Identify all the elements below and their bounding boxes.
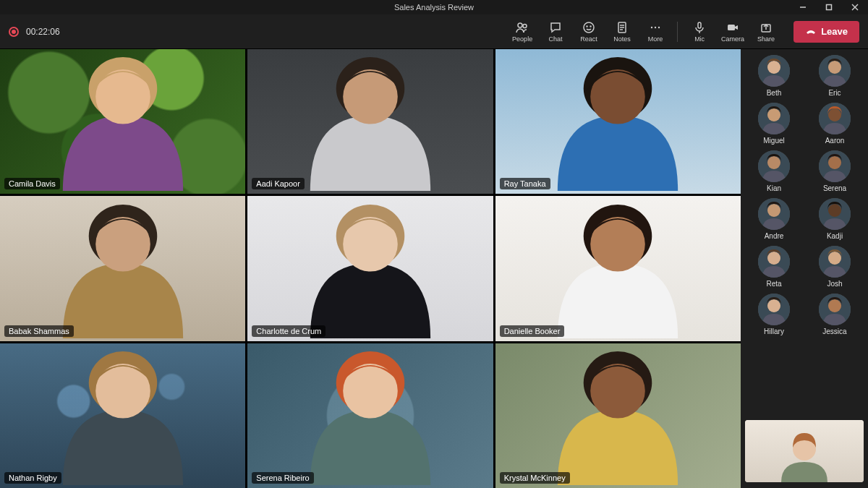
svg-point-49 bbox=[828, 156, 841, 169]
svg-point-43 bbox=[767, 108, 780, 121]
participant-name-badge: Serena Ribeiro bbox=[252, 472, 313, 484]
roster-avatar bbox=[819, 294, 851, 325]
svg-point-39 bbox=[767, 61, 780, 74]
svg-point-47 bbox=[767, 156, 780, 169]
svg-point-5 bbox=[523, 24, 527, 27]
participant-name-badge: Charlotte de Crum bbox=[252, 325, 326, 337]
participant-name-badge: Camila Davis bbox=[4, 178, 60, 189]
participant-avatar bbox=[291, 343, 450, 488]
leave-button[interactable]: Leave bbox=[793, 21, 859, 43]
svg-rect-16 bbox=[698, 22, 701, 28]
svg-rect-1 bbox=[827, 5, 832, 10]
video-tile[interactable]: Krystal McKinney bbox=[495, 343, 741, 488]
svg-point-61 bbox=[828, 299, 841, 312]
window-minimize-button[interactable] bbox=[790, 0, 816, 14]
roster-item[interactable]: Eric bbox=[806, 55, 864, 97]
svg-point-15 bbox=[658, 26, 660, 27]
roster-item[interactable]: Andre bbox=[745, 198, 803, 240]
svg-point-59 bbox=[767, 299, 780, 312]
roster-item[interactable]: Kadji bbox=[806, 198, 864, 240]
roster-name: Jessica bbox=[822, 328, 846, 335]
participant-video bbox=[538, 196, 697, 341]
roster-avatar bbox=[758, 150, 790, 182]
video-tile[interactable]: Danielle Booker bbox=[495, 196, 741, 341]
svg-point-57 bbox=[828, 252, 841, 265]
participant-video bbox=[291, 49, 450, 194]
roster-name: Kian bbox=[767, 184, 781, 192]
roster-avatar bbox=[758, 294, 790, 325]
camera-button[interactable]: Camera bbox=[717, 16, 749, 48]
participant-avatar bbox=[538, 343, 697, 488]
chat-label: Chat bbox=[549, 35, 563, 43]
svg-point-4 bbox=[518, 23, 522, 27]
toolbar-separator bbox=[677, 22, 678, 42]
roster-avatar bbox=[819, 55, 851, 87]
self-video-preview[interactable] bbox=[745, 420, 864, 482]
people-button[interactable]: People bbox=[506, 16, 538, 48]
chat-button[interactable]: Chat bbox=[540, 16, 571, 48]
people-icon bbox=[516, 21, 529, 34]
svg-point-45 bbox=[828, 108, 841, 121]
svg-point-51 bbox=[767, 204, 780, 217]
video-tile[interactable]: Camila Davis bbox=[0, 49, 245, 194]
roster-name: Hillary bbox=[764, 328, 784, 335]
roster-avatar bbox=[758, 103, 790, 134]
svg-point-8 bbox=[590, 26, 591, 27]
roster-item[interactable]: Hillary bbox=[745, 294, 803, 335]
video-tile[interactable]: Nathan Rigby bbox=[0, 343, 245, 488]
participant-sidebar: Beth Eric Miguel Aaron Kian Serena And bbox=[741, 49, 868, 488]
window-title: Sales Analysis Review bbox=[394, 3, 474, 12]
svg-point-14 bbox=[655, 26, 656, 27]
share-button[interactable]: Share bbox=[750, 16, 782, 48]
participant-name-badge: Krystal McKinney bbox=[500, 472, 570, 484]
video-tile[interactable]: Babak Shammas bbox=[0, 196, 245, 341]
roster-name: Kadji bbox=[827, 232, 843, 240]
window-close-button[interactable] bbox=[842, 0, 868, 14]
roster-name: Reta bbox=[766, 280, 781, 288]
more-icon bbox=[649, 21, 662, 34]
roster-name: Josh bbox=[827, 280, 842, 288]
meeting-toolbar: 00:22:06 People Chat React Notes bbox=[0, 14, 868, 49]
roster-item[interactable]: Reta bbox=[745, 246, 803, 288]
roster-item[interactable]: Kian bbox=[745, 150, 803, 192]
video-tile[interactable]: Aadi Kapoor bbox=[247, 49, 493, 194]
svg-rect-18 bbox=[728, 25, 735, 30]
roster-avatar bbox=[819, 103, 851, 134]
people-label: People bbox=[512, 35, 532, 43]
video-tile[interactable]: Serena Ribeiro bbox=[247, 343, 493, 488]
video-tile[interactable]: Charlotte de Crum bbox=[247, 196, 493, 341]
minimize-icon bbox=[799, 4, 807, 11]
svg-point-41 bbox=[828, 61, 841, 74]
roster-item[interactable]: Jessica bbox=[806, 294, 864, 335]
mic-icon bbox=[693, 21, 706, 34]
participant-roster: Beth Eric Miguel Aaron Kian Serena And bbox=[745, 55, 864, 335]
mic-label: Mic bbox=[694, 35, 705, 43]
svg-point-13 bbox=[651, 26, 652, 27]
participant-video bbox=[43, 196, 203, 341]
roster-name: Serena bbox=[823, 184, 846, 192]
more-button[interactable]: More bbox=[639, 16, 671, 48]
share-icon bbox=[760, 21, 773, 34]
participant-name-badge: Aadi Kapoor bbox=[252, 178, 305, 189]
react-button[interactable]: React bbox=[573, 16, 605, 48]
roster-item[interactable]: Beth bbox=[745, 55, 803, 97]
video-tile[interactable]: Ray Tanaka bbox=[495, 49, 741, 194]
roster-name: Beth bbox=[767, 89, 782, 97]
roster-item[interactable]: Serena bbox=[806, 150, 864, 192]
roster-item[interactable]: Miguel bbox=[745, 103, 803, 145]
roster-item[interactable]: Josh bbox=[806, 246, 864, 288]
notes-button[interactable]: Notes bbox=[606, 16, 638, 48]
notes-label: Notes bbox=[613, 35, 631, 43]
participant-avatar bbox=[538, 49, 697, 194]
mic-button[interactable]: Mic bbox=[684, 16, 715, 48]
window-maximize-button[interactable] bbox=[816, 0, 842, 14]
roster-item[interactable]: Aaron bbox=[806, 103, 864, 145]
roster-avatar bbox=[819, 246, 851, 278]
roster-avatar bbox=[758, 246, 790, 278]
react-icon bbox=[582, 21, 595, 34]
participant-video bbox=[43, 343, 203, 488]
participant-name-badge: Babak Shammas bbox=[4, 325, 74, 337]
chat-icon bbox=[549, 21, 562, 34]
roster-avatar bbox=[758, 198, 790, 230]
roster-avatar bbox=[819, 150, 851, 182]
